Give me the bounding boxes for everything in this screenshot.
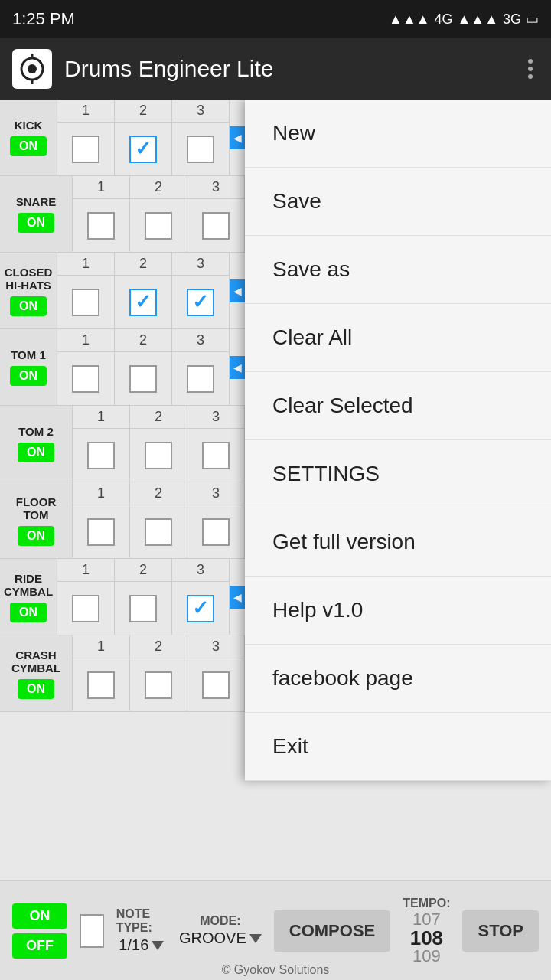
cell-number-3-0: 1 — [57, 329, 114, 352]
checkbox-4-1[interactable] — [145, 442, 172, 469]
cell-check-area-2-2: ✓ — [187, 276, 214, 328]
cell-check-area-5-0 — [87, 505, 115, 558]
cell-check-area-2-1: ✓ — [129, 276, 157, 328]
tempo-scroll[interactable]: 107 108 109 — [410, 910, 443, 965]
menu-item-save-as[interactable]: Save as — [245, 236, 551, 304]
on-button[interactable]: ON — [12, 903, 67, 929]
checkbox-5-1[interactable] — [145, 518, 172, 546]
tempo-item-108: 108 — [410, 929, 443, 947]
checkbox-6-0[interactable] — [72, 595, 99, 622]
cell-check-area-5-2 — [202, 505, 230, 558]
cell-check-area-7-2 — [202, 658, 230, 711]
cell-number-1-2: 3 — [187, 176, 244, 199]
menu-item-new[interactable]: New — [245, 100, 551, 168]
extra-space — [0, 835, 245, 880]
checkbox-6-2[interactable]: ✓ — [187, 595, 214, 622]
note-type-arrow-icon — [152, 941, 164, 950]
menu-item-clear-selected[interactable]: Clear Selected — [245, 372, 551, 440]
menu-item-clear-all[interactable]: Clear All — [245, 304, 551, 372]
checkbox-0-1[interactable]: ✓ — [129, 136, 157, 163]
menu-item-settings[interactable]: SETTINGS — [245, 440, 551, 508]
checkbox-1-2[interactable] — [202, 212, 230, 240]
drum-row-snare: SNAREON123 — [0, 176, 245, 253]
checkbox-4-0[interactable] — [87, 442, 115, 469]
cell-number-0-0: 1 — [57, 100, 114, 122]
cell-check-area-1-1 — [145, 199, 172, 252]
app-bar: Drums Engineer Lite — [0, 38, 551, 100]
checkbox-0-2[interactable] — [187, 136, 214, 163]
cell-check-area-1-0 — [87, 199, 115, 252]
drum-name-6: RIDE CYMBAL — [3, 572, 54, 598]
overflow-arrow-6[interactable]: ◀ — [230, 586, 245, 609]
checkbox-2-1[interactable]: ✓ — [129, 289, 157, 316]
note-type-group: NOTE TYPE: 1/16 — [116, 907, 167, 954]
drum-name-5: FLOOR TOM — [3, 495, 69, 521]
compose-button[interactable]: COMPOSE — [274, 910, 390, 952]
drum-cell-7-1: 2 — [130, 635, 187, 711]
checkbox-2-0[interactable] — [72, 289, 99, 316]
overflow-arrow-3[interactable]: ◀ — [230, 356, 245, 379]
mode-value[interactable]: GROOVE — [179, 929, 262, 947]
checkbox-0-0[interactable] — [72, 136, 99, 163]
checkbox-5-0[interactable] — [87, 518, 115, 546]
on-button-6[interactable]: ON — [10, 603, 47, 622]
menu-item-facebook-page[interactable]: facebook page — [245, 645, 551, 713]
checkbox-6-1[interactable] — [129, 595, 157, 622]
checkbox-7-2[interactable] — [202, 671, 230, 699]
cell-number-7-0: 1 — [73, 635, 129, 658]
on-button-7[interactable]: ON — [18, 679, 54, 699]
cell-number-6-1: 2 — [115, 559, 171, 582]
checkbox-3-1[interactable] — [129, 365, 157, 393]
checkbox-2-2[interactable]: ✓ — [187, 289, 214, 316]
on-button-0[interactable]: ON — [10, 136, 47, 156]
checkbox-3-2[interactable] — [187, 365, 214, 393]
signal2-label: 3G — [503, 11, 521, 28]
cell-check-area-0-1: ✓ — [129, 122, 157, 175]
drum-cells-0: 12✓3◀ — [57, 100, 245, 175]
dot3 — [528, 74, 533, 79]
drum-cell-0-1: 2✓ — [115, 100, 172, 175]
cell-number-1-0: 1 — [73, 176, 129, 199]
menu-item-get-full-version[interactable]: Get full version — [245, 508, 551, 577]
drum-row-tom-1: TOM 1ON123◀ — [0, 329, 245, 406]
menu-item-help[interactable]: Help v1.0 — [245, 577, 551, 645]
on-button-4[interactable]: ON — [18, 443, 54, 462]
drum-name-3: TOM 1 — [11, 348, 46, 361]
footer-text: © Gyokov Solutions — [0, 963, 551, 977]
cell-check-area-0-2 — [187, 122, 214, 175]
drum-cell-6-1: 2 — [115, 559, 172, 635]
checkbox-5-2[interactable] — [202, 518, 230, 546]
menu-item-exit[interactable]: Exit — [245, 713, 551, 781]
menu-item-save[interactable]: Save — [245, 168, 551, 236]
off-button[interactable]: OFF — [12, 933, 67, 959]
drum-cell-6-2: 3✓ — [172, 559, 230, 635]
overflow-arrow-2[interactable]: ◀ — [230, 279, 245, 302]
checkbox-3-0[interactable] — [72, 365, 99, 393]
overflow-arrow-0[interactable]: ◀ — [230, 126, 245, 149]
tempo-item-107: 107 — [412, 910, 441, 929]
overflow-menu-button[interactable] — [522, 53, 539, 85]
cell-number-2-1: 2 — [115, 253, 171, 276]
cell-check-area-3-1 — [129, 352, 157, 405]
checkmark-6-2: ✓ — [192, 596, 209, 620]
checkbox-7-1[interactable] — [145, 671, 172, 699]
on-button-3[interactable]: ON — [10, 366, 47, 386]
drum-cells-3: 123◀ — [57, 329, 245, 405]
note-checkbox[interactable] — [80, 914, 104, 948]
note-type-value[interactable]: 1/16 — [119, 936, 164, 954]
cell-number-5-2: 3 — [187, 482, 244, 505]
checkbox-4-2[interactable] — [202, 442, 230, 469]
on-button-5[interactable]: ON — [18, 526, 54, 546]
cell-check-area-6-2: ✓ — [187, 582, 214, 635]
checkbox-1-1[interactable] — [145, 212, 172, 240]
on-button-1[interactable]: ON — [18, 213, 54, 233]
cell-check-area-7-1 — [145, 658, 172, 711]
checkbox-7-0[interactable] — [87, 671, 115, 699]
on-button-2[interactable]: ON — [10, 296, 47, 316]
drum-cell-0-0: 1 — [57, 100, 115, 175]
cell-number-7-1: 2 — [130, 635, 187, 658]
drum-label-2: CLOSED HI-HATSON — [0, 253, 57, 328]
drum-cells-6: 123✓◀ — [57, 559, 245, 635]
checkbox-1-0[interactable] — [87, 212, 115, 240]
stop-button[interactable]: STOP — [462, 910, 539, 952]
